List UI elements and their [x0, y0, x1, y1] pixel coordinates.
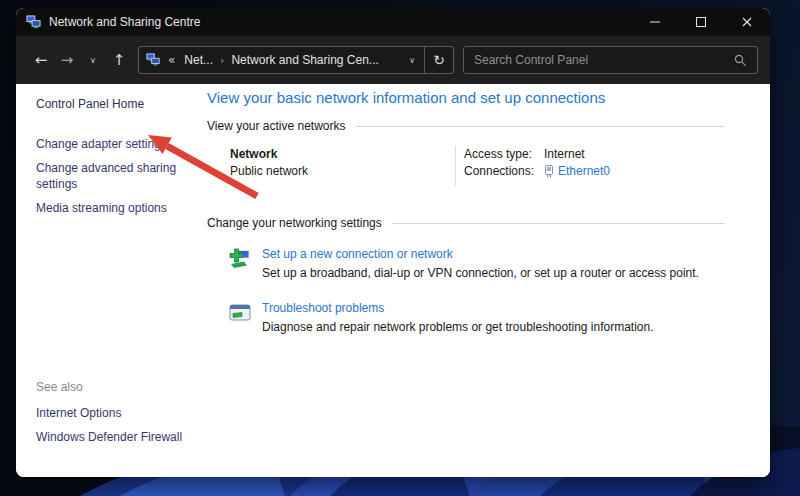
- task-setup-connection: Set up a new connection or network Set u…: [228, 246, 725, 281]
- task-text: Troubleshoot problems Diagnose and repai…: [262, 300, 654, 335]
- troubleshoot-icon: [228, 300, 254, 335]
- titlebar: Network and Sharing Centre: [16, 8, 770, 36]
- network-sharing-centre-window: Network and Sharing Centre ← → ∨ ↑: [16, 8, 770, 477]
- sidebar-spacer: [36, 226, 201, 380]
- troubleshoot-link[interactable]: Troubleshoot problems: [262, 300, 654, 316]
- breadcrumb-parent[interactable]: Net...: [179, 53, 218, 67]
- troubleshoot-description: Diagnose and repair network problems or …: [262, 319, 654, 335]
- sidebar-item-media-streaming[interactable]: Media streaming options: [36, 201, 201, 217]
- content-pane: Control Panel Home Change adapter settin…: [16, 84, 770, 477]
- network-details: Access type: Internet Connections:: [455, 146, 725, 186]
- address-bar[interactable]: « Net... › Network and Sharing Cen... ∨ …: [138, 46, 454, 74]
- search-box[interactable]: [463, 46, 758, 74]
- ethernet-icon: [544, 165, 554, 178]
- recent-pages-dropdown[interactable]: ∨: [80, 47, 106, 73]
- forward-button[interactable]: →: [54, 47, 80, 73]
- access-type-row: Access type: Internet: [464, 146, 725, 163]
- refresh-button[interactable]: ↻: [424, 47, 453, 73]
- sidebar: Control Panel Home Change adapter settin…: [16, 84, 207, 477]
- section-rule: [392, 223, 725, 224]
- setup-connection-link[interactable]: Set up a new connection or network: [262, 246, 699, 262]
- see-also-label: See also: [36, 380, 201, 396]
- search-input[interactable]: [464, 53, 734, 67]
- breadcrumb-current[interactable]: Network and Sharing Cen...: [226, 53, 383, 67]
- network-type: Public network: [230, 163, 455, 180]
- task-text: Set up a new connection or network Set u…: [262, 246, 699, 281]
- network-app-icon: [26, 15, 41, 30]
- sidebar-item-windows-defender-firewall[interactable]: Windows Defender Firewall: [36, 430, 201, 446]
- section-rule: [356, 126, 725, 127]
- window-title: Network and Sharing Centre: [49, 15, 632, 29]
- networking-settings-label: Change your networking settings: [207, 216, 382, 230]
- breadcrumb-collapse-icon[interactable]: «: [164, 53, 179, 67]
- connection-link-ethernet0[interactable]: Ethernet0: [558, 163, 610, 180]
- maximize-button[interactable]: [678, 8, 724, 36]
- minimize-button[interactable]: [632, 8, 678, 36]
- caption-buttons: [632, 8, 770, 36]
- breadcrumb-separator-icon: ›: [218, 54, 226, 67]
- sidebar-item-control-panel-home[interactable]: Control Panel Home: [36, 97, 201, 113]
- network-identity: Network Public network: [230, 146, 455, 186]
- sidebar-item-change-adapter-settings[interactable]: Change adapter settings: [36, 137, 201, 153]
- back-button[interactable]: ←: [28, 47, 54, 73]
- access-type-label: Access type:: [464, 146, 544, 163]
- active-networks-label: View your active networks: [207, 119, 346, 133]
- task-troubleshoot: Troubleshoot problems Diagnose and repai…: [228, 300, 725, 335]
- networking-settings-section-header: Change your networking settings: [207, 216, 725, 230]
- sidebar-item-change-advanced-sharing[interactable]: Change advanced sharing settings: [36, 161, 201, 192]
- search-icon: [734, 54, 747, 67]
- maximize-icon: [696, 17, 706, 27]
- sidebar-item-internet-options[interactable]: Internet Options: [36, 406, 201, 422]
- close-button[interactable]: [724, 8, 770, 36]
- new-connection-icon: [228, 246, 254, 281]
- close-icon: [742, 17, 752, 27]
- main-panel: View your basic network information and …: [207, 84, 770, 477]
- setup-connection-description: Set up a broadband, dial-up or VPN conne…: [262, 265, 699, 281]
- network-name: Network: [230, 146, 455, 163]
- connections-label: Connections:: [464, 163, 544, 180]
- page-title: View your basic network information and …: [207, 89, 725, 106]
- access-type-value: Internet: [544, 146, 585, 163]
- minimize-icon: [650, 17, 660, 27]
- active-networks-section-header: View your active networks: [207, 119, 725, 133]
- navigation-toolbar: ← → ∨ ↑ « Net... › Network and Sharing C…: [16, 36, 770, 84]
- active-network-row: Network Public network Access type: Inte…: [207, 146, 725, 186]
- address-location-icon: [146, 53, 160, 67]
- connections-row: Connections:: [464, 163, 725, 180]
- up-button[interactable]: ↑: [106, 47, 132, 73]
- address-dropdown-icon[interactable]: ∨: [400, 47, 424, 73]
- desktop: Network and Sharing Centre ← → ∨ ↑: [0, 0, 800, 496]
